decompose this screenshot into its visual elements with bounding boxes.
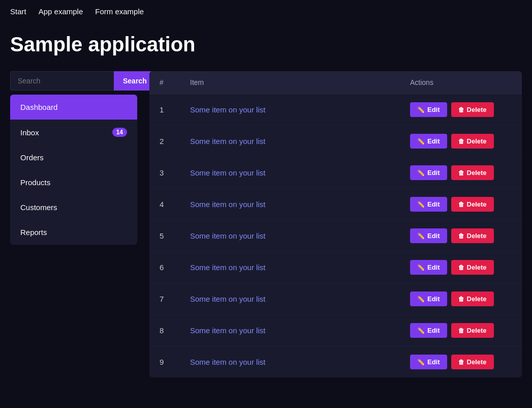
edit-button[interactable]: ✏️ Edit <box>410 228 447 243</box>
edit-button[interactable]: ✏️ Edit <box>410 292 447 306</box>
search-row: Search <box>10 71 137 91</box>
edit-label: Edit <box>427 106 440 113</box>
edit-label: Edit <box>427 232 440 240</box>
table-header: # Item Actions <box>149 71 522 94</box>
table-row: 2 Some item on your list ✏️ Edit 🗑 Delet… <box>149 126 522 157</box>
sidebar-item-orders[interactable]: Orders <box>10 145 137 170</box>
row-number: 5 <box>160 231 190 240</box>
sidebar-item-label: Reports <box>20 228 47 237</box>
delete-button[interactable]: 🗑 Delete <box>451 228 494 243</box>
row-number: 6 <box>160 263 190 272</box>
edit-button[interactable]: ✏️ Edit <box>410 197 447 212</box>
row-number: 9 <box>160 358 190 366</box>
table-row: 9 Some item on your list ✏️ Edit 🗑 Delet… <box>149 346 522 377</box>
sidebar-item-label: Products <box>20 178 50 187</box>
row-item: Some item on your list <box>190 295 410 303</box>
delete-button[interactable]: 🗑 Delete <box>451 355 494 369</box>
sidebar-item-dashboard[interactable]: Dashboard <box>10 95 137 120</box>
sidebar-item-label: Customers <box>20 203 57 212</box>
trash-icon: 🗑 <box>458 327 464 334</box>
edit-button[interactable]: ✏️ Edit <box>410 260 447 275</box>
sidebar-item-label: Orders <box>20 153 44 162</box>
nav-link-start[interactable]: Start <box>10 7 26 16</box>
edit-label: Edit <box>427 358 440 366</box>
delete-label: Delete <box>467 295 487 303</box>
edit-label: Edit <box>427 264 440 271</box>
edit-icon: ✏️ <box>417 264 425 271</box>
col-actions: Actions <box>410 78 512 86</box>
table-body: 1 Some item on your list ✏️ Edit 🗑 Delet… <box>149 94 522 377</box>
edit-label: Edit <box>427 137 440 145</box>
edit-icon: ✏️ <box>417 138 425 145</box>
sidebar-menu: Dashboard Inbox 14 Orders Products Custo… <box>10 95 137 245</box>
delete-label: Delete <box>467 358 487 366</box>
row-actions: ✏️ Edit 🗑 Delete <box>410 197 512 212</box>
row-item: Some item on your list <box>190 200 410 209</box>
col-number: # <box>160 78 190 86</box>
sidebar-item-inbox[interactable]: Inbox 14 <box>10 120 137 145</box>
table-row: 7 Some item on your list ✏️ Edit 🗑 Delet… <box>149 283 522 315</box>
edit-button[interactable]: ✏️ Edit <box>410 355 447 369</box>
edit-label: Edit <box>427 169 440 177</box>
content-area: # Item Actions 1 Some item on your list … <box>149 71 522 377</box>
edit-label: Edit <box>427 200 440 208</box>
delete-button[interactable]: 🗑 Delete <box>451 102 494 117</box>
edit-label: Edit <box>427 327 440 334</box>
table-row: 6 Some item on your list ✏️ Edit 🗑 Delet… <box>149 252 522 283</box>
edit-icon: ✏️ <box>417 327 425 334</box>
delete-button[interactable]: 🗑 Delete <box>451 260 494 275</box>
row-number: 2 <box>160 137 190 145</box>
edit-button[interactable]: ✏️ Edit <box>410 134 447 149</box>
sidebar-item-label: Inbox <box>20 128 39 137</box>
search-input[interactable] <box>10 71 114 91</box>
sidebar-item-customers[interactable]: Customers <box>10 195 137 220</box>
row-actions: ✏️ Edit 🗑 Delete <box>410 292 512 306</box>
delete-button[interactable]: 🗑 Delete <box>451 134 494 149</box>
delete-label: Delete <box>467 200 487 208</box>
table-row: 1 Some item on your list ✏️ Edit 🗑 Delet… <box>149 94 522 126</box>
sidebar-item-products[interactable]: Products <box>10 170 137 195</box>
row-item: Some item on your list <box>190 105 410 114</box>
edit-button[interactable]: ✏️ Edit <box>410 165 447 180</box>
table-row: 3 Some item on your list ✏️ Edit 🗑 Delet… <box>149 157 522 189</box>
row-actions: ✏️ Edit 🗑 Delete <box>410 102 512 117</box>
delete-button[interactable]: 🗑 Delete <box>451 197 494 212</box>
row-item: Some item on your list <box>190 137 410 145</box>
row-number: 7 <box>160 295 190 303</box>
edit-icon: ✏️ <box>417 106 425 113</box>
delete-label: Delete <box>467 169 487 177</box>
page-title: Sample application <box>0 23 532 71</box>
row-number: 3 <box>160 168 190 177</box>
trash-icon: 🗑 <box>458 296 464 303</box>
trash-icon: 🗑 <box>458 264 464 271</box>
trash-icon: 🗑 <box>458 359 464 366</box>
row-number: 1 <box>160 105 190 114</box>
row-actions: ✏️ Edit 🗑 Delete <box>410 323 512 338</box>
row-actions: ✏️ Edit 🗑 Delete <box>410 260 512 275</box>
delete-label: Delete <box>467 264 487 271</box>
edit-icon: ✏️ <box>417 359 425 366</box>
col-item: Item <box>190 78 410 86</box>
delete-label: Delete <box>467 327 487 334</box>
delete-button[interactable]: 🗑 Delete <box>451 323 494 338</box>
delete-button[interactable]: 🗑 Delete <box>451 292 494 306</box>
edit-button[interactable]: ✏️ Edit <box>410 102 447 117</box>
trash-icon: 🗑 <box>458 106 464 113</box>
edit-icon: ✏️ <box>417 296 425 303</box>
nav-link-app-example[interactable]: App example <box>39 7 83 16</box>
row-actions: ✏️ Edit 🗑 Delete <box>410 228 512 243</box>
delete-label: Delete <box>467 106 487 113</box>
delete-label: Delete <box>467 137 487 145</box>
delete-button[interactable]: 🗑 Delete <box>451 165 494 180</box>
row-item: Some item on your list <box>190 263 410 272</box>
row-item: Some item on your list <box>190 358 410 366</box>
sidebar-item-reports[interactable]: Reports <box>10 220 137 245</box>
top-nav: StartApp exampleForm example <box>0 0 532 23</box>
row-number: 8 <box>160 326 190 335</box>
sidebar: Search Dashboard Inbox 14 Orders Product… <box>10 71 137 377</box>
edit-button[interactable]: ✏️ Edit <box>410 323 447 338</box>
sidebar-item-label: Dashboard <box>20 103 57 111</box>
nav-link-form-example[interactable]: Form example <box>95 7 144 16</box>
trash-icon: 🗑 <box>458 138 464 145</box>
edit-icon: ✏️ <box>417 201 425 208</box>
